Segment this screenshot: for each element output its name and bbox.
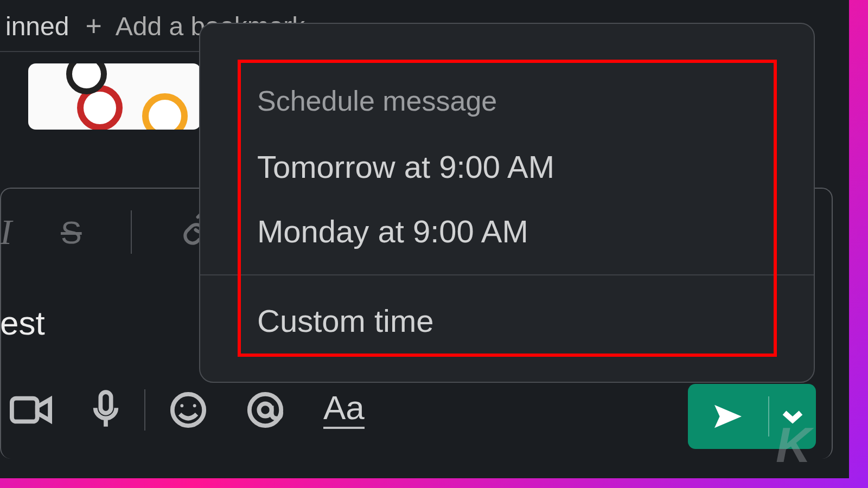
strikethrough-icon[interactable]: S (61, 214, 82, 251)
app-frame: inned + Add a bookmark I S est Aa (0, 0, 849, 478)
composer-actions: Aa (10, 389, 365, 431)
microphone-icon[interactable] (91, 390, 120, 430)
send-button[interactable] (688, 384, 768, 449)
svg-point-2 (173, 394, 204, 426)
watermark: K (776, 418, 809, 473)
schedule-title: Schedule message (257, 85, 789, 117)
formatting-toolbar: I S (0, 210, 216, 254)
separator (131, 210, 132, 254)
mention-icon[interactable] (246, 391, 284, 429)
svg-rect-0 (12, 399, 37, 422)
message-thumbnail[interactable] (28, 63, 201, 130)
pinned-label[interactable]: inned (5, 11, 69, 41)
message-text-fragment[interactable]: est (0, 304, 45, 342)
popup-divider (200, 274, 814, 275)
schedule-option-tomorrow[interactable]: Tomorrow at 9:00 AM (257, 134, 789, 199)
schedule-option-monday[interactable]: Monday at 9:00 AM (257, 199, 789, 264)
svg-point-5 (250, 394, 281, 426)
svg-point-4 (193, 404, 196, 407)
svg-point-3 (180, 404, 183, 407)
separator (144, 389, 145, 431)
schedule-message-popup: Schedule message Tomorrow at 9:00 AM Mon… (199, 23, 815, 383)
schedule-option-custom[interactable]: Custom time (257, 286, 789, 355)
formatting-toggle-icon[interactable]: Aa (323, 391, 365, 429)
italic-icon[interactable]: I (0, 211, 12, 253)
emoji-icon[interactable] (169, 391, 207, 429)
video-icon[interactable] (10, 394, 52, 426)
plus-icon: + (85, 10, 101, 42)
svg-rect-1 (100, 392, 111, 413)
